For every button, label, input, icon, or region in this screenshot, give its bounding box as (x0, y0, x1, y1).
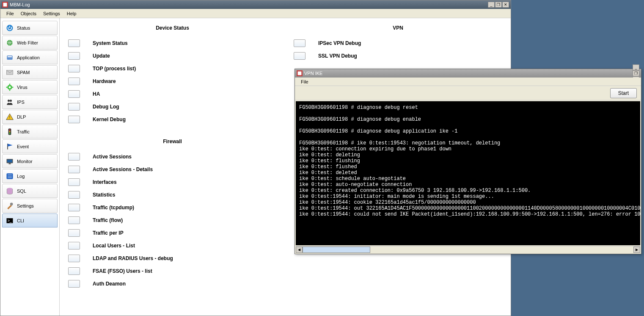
sidebar-item-application[interactable]: Application (2, 50, 58, 64)
menu-objects[interactable]: Objects (17, 10, 40, 17)
vpn-toggle[interactable] (294, 39, 305, 47)
sidebar-item-traffic[interactable]: Traffic (2, 125, 58, 139)
device-status-toggle[interactable] (68, 78, 80, 85)
terminal-icon: >_ (5, 216, 14, 225)
svg-text:>_: >_ (8, 218, 12, 222)
sidebar-item-dlp[interactable]: !DLP (2, 110, 58, 124)
firewall-label: LDAP and RADIUS Users - debug (93, 255, 173, 261)
monitor-icon (5, 157, 14, 166)
firewall-toggle[interactable] (68, 255, 80, 262)
horizontal-scrollbar[interactable]: ◀ ▶ (296, 246, 640, 253)
svg-point-29 (10, 202, 13, 205)
firewall-toggle[interactable] (68, 166, 80, 173)
menu-file[interactable]: File (3, 10, 17, 17)
scroll-left-button[interactable]: ◀ (296, 247, 303, 253)
sidebar-item-cli[interactable]: >_CLI (2, 213, 58, 227)
minimize-button[interactable]: _ (488, 2, 495, 8)
sidebar-item-label: Log (17, 174, 55, 179)
firewall-row: Local Users - List (68, 239, 277, 252)
firewall-label: Statistics (93, 192, 115, 198)
firewall-label: FSAE (FSSO) Users - list (93, 268, 152, 274)
firewall-toggle[interactable] (68, 242, 80, 249)
sec-menu-file[interactable]: File (297, 78, 312, 85)
sidebar-item-spam[interactable]: SPAM (2, 65, 58, 79)
sec-app-icon (297, 70, 303, 76)
firewall-label: Interfaces (93, 179, 117, 185)
section-title-vpn: VPN (294, 22, 502, 37)
vpn-toggle[interactable] (294, 52, 305, 60)
device-status-row: Hardware (68, 75, 277, 88)
sec-minimize-button[interactable]: _ (633, 64, 639, 70)
tools-icon (5, 201, 14, 211)
app-icon (5, 53, 14, 62)
svg-point-14 (10, 100, 12, 102)
vpn-row: IPSec VPN Debug (294, 37, 502, 50)
sidebar-item-event[interactable]: Event (2, 139, 58, 153)
firewall-toggle[interactable] (68, 280, 80, 288)
main-titlebar: MBM-Log _ ❐ ✕ (0, 0, 511, 9)
device-status-toggle[interactable] (68, 116, 80, 123)
sidebar-item-monitor[interactable]: Monitor (2, 154, 58, 168)
firewall-toggle[interactable] (68, 229, 80, 237)
sidebar-item-virus[interactable]: Virus (2, 80, 58, 94)
firewall-toggle[interactable] (68, 216, 80, 224)
users-icon (5, 97, 14, 107)
scroll-thumb[interactable] (303, 247, 370, 253)
sec-title: VPN IKE (304, 71, 633, 76)
device-status-toggle[interactable] (68, 65, 80, 72)
firewall-toggle[interactable] (68, 153, 80, 161)
sidebar-item-log[interactable]: Log (2, 169, 58, 183)
sec-menubar: File (295, 78, 641, 86)
section-title-device-status: Device Status (68, 22, 277, 37)
sidebar-item-ips[interactable]: IPS (2, 95, 58, 109)
globe-icon (5, 38, 14, 47)
maximize-button[interactable]: ❐ (495, 2, 502, 8)
sidebar: StatusWeb FilterApplicationSPAMVirusIPS!… (0, 18, 60, 316)
firewall-label: Traffic (tcpdump) (93, 205, 134, 211)
gear-icon (5, 83, 14, 92)
firewall-row: Traffic (flow) (68, 214, 277, 227)
sidebar-item-status[interactable]: Status (2, 21, 58, 35)
sidebar-item-label: SQL (17, 188, 55, 194)
device-status-label: TOP (process list) (93, 66, 136, 72)
firewall-row: Interfaces (68, 176, 277, 188)
device-status-toggle[interactable] (68, 39, 80, 47)
device-status-toggle[interactable] (68, 103, 80, 111)
device-status-row: Debug Log (68, 100, 277, 113)
firewall-toggle[interactable] (68, 267, 80, 275)
firewall-label: Traffic (flow) (93, 217, 123, 223)
device-status-toggle[interactable] (68, 90, 80, 98)
svg-point-13 (8, 100, 10, 102)
close-button[interactable]: ✕ (502, 2, 509, 8)
firewall-row: Statistics (68, 188, 277, 201)
firewall-toggle[interactable] (68, 178, 80, 186)
vpn-label: SSL VPN Debug (318, 53, 357, 59)
sidebar-item-web-filter[interactable]: Web Filter (2, 36, 58, 50)
scroll-track[interactable] (303, 247, 633, 253)
sidebar-item-settings[interactable]: Settings (2, 199, 58, 213)
device-status-row: TOP (process list) (68, 62, 277, 75)
firewall-toggle[interactable] (68, 204, 80, 211)
menu-settings[interactable]: Settings (40, 10, 63, 17)
firewall-row: Traffic (tcpdump) (68, 201, 277, 214)
menu-help[interactable]: Help (63, 10, 80, 17)
svg-point-8 (9, 86, 11, 88)
power-icon (5, 23, 14, 33)
firewall-row: Auth Deamon (68, 277, 277, 290)
firewall-toggle[interactable] (68, 191, 80, 199)
device-status-row: System Status (68, 37, 277, 50)
sidebar-item-label: Traffic (17, 129, 55, 134)
start-button[interactable]: Start (610, 88, 637, 98)
svg-rect-23 (9, 163, 11, 164)
sidebar-item-label: CLI (17, 218, 55, 223)
device-status-row: Kernel Debug (68, 113, 277, 126)
main-menubar: File Objects Settings Help (0, 9, 511, 18)
sec-maximize-button[interactable]: ❐ (633, 70, 639, 76)
app-icon (2, 2, 8, 8)
scroll-right-button[interactable]: ▶ (633, 247, 640, 253)
device-status-toggle[interactable] (68, 52, 80, 60)
sidebar-item-label: Settings (17, 203, 55, 208)
sidebar-item-label: Monitor (17, 159, 55, 164)
sidebar-item-sql[interactable]: SQL (2, 184, 58, 198)
vpn-label: IPSec VPN Debug (318, 40, 361, 46)
